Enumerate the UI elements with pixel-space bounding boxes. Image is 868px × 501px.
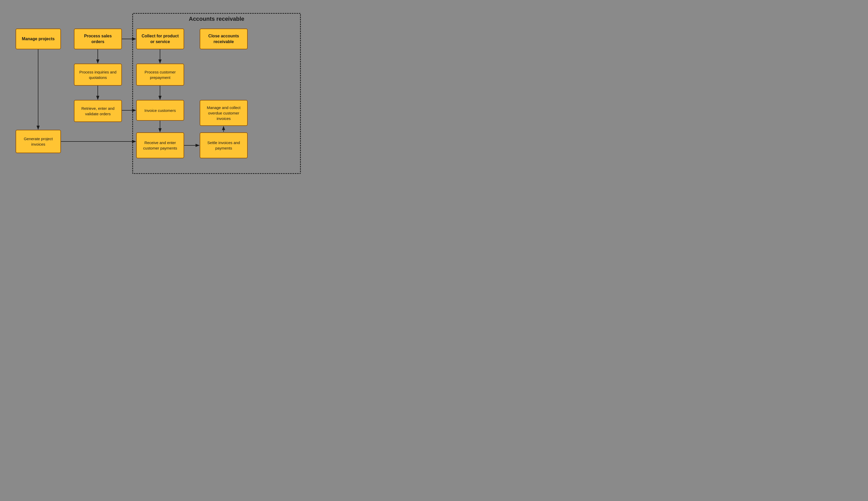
- collect-for-product-label: Collect for product or service: [140, 33, 180, 45]
- diagram-wrapper: Accounts receivable Manage projects Gene…: [8, 8, 304, 179]
- settle-invoices-payments-box: Settle invoices and payments: [200, 132, 248, 158]
- manage-projects-label: Manage projects: [22, 36, 54, 42]
- collect-for-product-box: Collect for product or service: [136, 29, 184, 49]
- ar-title: Accounts receivable: [132, 15, 301, 22]
- process-sales-orders-label: Process sales orders: [78, 33, 118, 45]
- retrieve-enter-validate-box: Retrieve, enter and validate orders: [74, 100, 122, 122]
- diagram-layout: Accounts receivable Manage projects Gene…: [8, 8, 304, 179]
- generate-project-invoices-box: Generate project invoices: [15, 130, 61, 153]
- close-accounts-receivable-label: Close accounts receivable: [204, 33, 243, 45]
- process-inquiries-label: Process inquiries and quotations: [78, 69, 118, 80]
- manage-collect-overdue-box: Manage and collect overdue customer invo…: [200, 100, 248, 126]
- process-customer-prepayment-box: Process customer prepayment: [136, 64, 184, 86]
- receive-enter-payments-box: Receive and enter customer payments: [136, 132, 184, 158]
- manage-projects-box: Manage projects: [15, 29, 61, 49]
- close-accounts-receivable-box: Close accounts receivable: [200, 29, 248, 49]
- invoice-customers-box: Invoice customers: [136, 100, 184, 121]
- retrieve-enter-validate-label: Retrieve, enter and validate orders: [78, 106, 118, 117]
- generate-project-invoices-label: Generate project invoices: [20, 136, 57, 147]
- receive-enter-payments-label: Receive and enter customer payments: [140, 140, 180, 151]
- process-customer-prepayment-label: Process customer prepayment: [140, 69, 180, 80]
- settle-invoices-payments-label: Settle invoices and payments: [204, 140, 243, 151]
- process-sales-orders-box: Process sales orders: [74, 29, 122, 49]
- invoice-customers-label: Invoice customers: [144, 108, 176, 113]
- process-inquiries-box: Process inquiries and quotations: [74, 64, 122, 86]
- manage-collect-overdue-label: Manage and collect overdue customer invo…: [204, 105, 243, 121]
